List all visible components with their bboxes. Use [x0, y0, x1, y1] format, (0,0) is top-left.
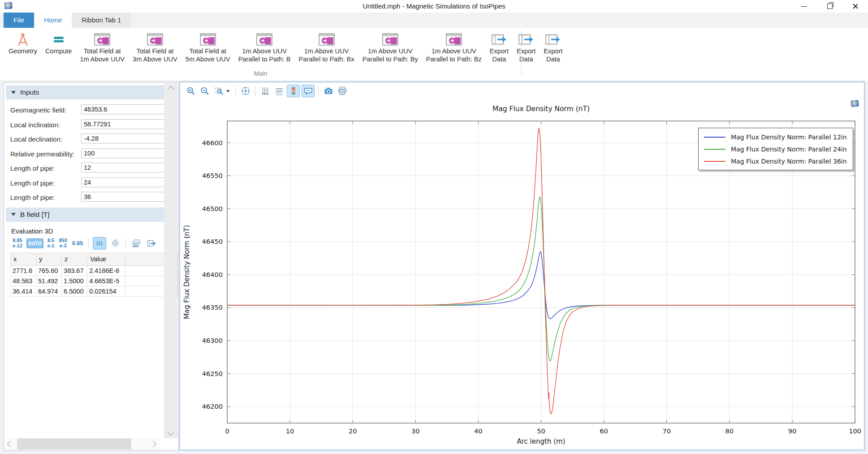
- length-of-pipe-input-6[interactable]: [81, 192, 166, 202]
- table-row[interactable]: 2771.6765.60383.672.4186E-8: [11, 265, 178, 276]
- ribbon-item-export-data[interactable]: ExportData: [486, 30, 513, 64]
- export-table-icon[interactable]: [145, 238, 158, 249]
- graphics-panel: 0102030405060708090100462004625046300463…: [179, 82, 865, 450]
- svg-text:46200: 46200: [202, 403, 223, 410]
- svg-text:40: 40: [474, 428, 482, 435]
- minimize-button[interactable]: [791, 0, 817, 13]
- table-cell: 2771.6: [11, 265, 36, 276]
- legend-label: Mag Flux Density Norm: Parallel 36in: [731, 158, 847, 165]
- ribbon-item-compute[interactable]: Compute: [41, 30, 76, 56]
- ribbon-item-label: ExportData: [544, 48, 562, 63]
- field-row-local-inclination-1: Local inclination:: [4, 118, 178, 133]
- window-controls: [791, 0, 868, 13]
- legend-entry: Mag Flux Density Norm: Parallel 12in: [699, 131, 853, 143]
- table-cell: 51.492: [36, 276, 62, 286]
- svg-text:Mag Flux Density Norm (nT): Mag Flux Density Norm (nT): [183, 225, 191, 319]
- ribbon-item-label: ExportData: [490, 48, 509, 63]
- graphics-toolbar: [184, 84, 349, 98]
- horizontal-scrollbar-thumb[interactable]: [17, 438, 131, 450]
- window-title: Untitled.mph - Magnetic Simulations of I…: [0, 0, 868, 13]
- close-icon: [852, 3, 859, 9]
- y-axis-grid-icon[interactable]: [259, 85, 271, 97]
- relative-permeability-input-3[interactable]: [81, 148, 166, 158]
- dropdown-caret-icon[interactable]: [226, 90, 230, 92]
- print-icon[interactable]: [336, 85, 348, 97]
- tab-ribbon-tab-1[interactable]: Ribbon Tab 1: [72, 13, 131, 28]
- grid-lines-icon[interactable]: [273, 85, 285, 97]
- ribbon-item-geometry[interactable]: Geometry: [4, 30, 41, 56]
- ribbon-item-export-data[interactable]: ExportData: [513, 30, 540, 64]
- field-row-length-of-pipe-6: Length of pipe:: [4, 190, 178, 205]
- compute-icon: [52, 31, 65, 48]
- ribbon-item-total-field-at-5m-above-uuv[interactable]: Total Field at5m Above UUV: [181, 30, 234, 64]
- table-header-z[interactable]: z: [62, 253, 87, 265]
- unit-button-8-5-e-1[interactable]: 8.5e-1: [48, 238, 55, 248]
- legend-entry: Mag Flux Density Norm: Parallel 36in: [699, 155, 853, 167]
- unit-button-auto[interactable]: AUTO: [26, 238, 43, 248]
- vertical-scrollbar[interactable]: [164, 83, 177, 438]
- legend-label: Mag Flux Density Norm: Parallel 24in: [731, 146, 847, 153]
- svg-text:46400: 46400: [202, 271, 223, 278]
- ribbon-item-1m-above-uuv-parallel-to-path-b[interactable]: 1m Above UUVParallel to Path: B: [234, 30, 295, 64]
- new-table-window-icon[interactable]: [130, 238, 143, 249]
- ribbon-item-1m-above-uuv-parallel-to-path-bx[interactable]: 1m Above UUVParallel to Path: Bx: [294, 30, 358, 64]
- ribbon-items: GeometryComputeTotal Field at1m Above UU…: [4, 30, 566, 64]
- ribbon-item-1m-above-uuv-parallel-to-path-bz[interactable]: 1m Above UUVParallel to Path: Bz: [422, 30, 486, 64]
- ribbon-item-total-field-at-3m-above-uuv[interactable]: Total Field at3m Above UUV: [129, 30, 181, 64]
- unit-button-850-e-3[interactable]: 850e-3: [59, 238, 67, 248]
- scroll-up-icon: [168, 86, 174, 92]
- local-declination-input-2[interactable]: [81, 134, 166, 143]
- svg-text:20: 20: [349, 428, 357, 435]
- snapshot-icon[interactable]: [322, 85, 334, 97]
- unit-button-8-85-e-12[interactable]: 8.85e-12: [13, 238, 22, 248]
- field-label: Length of pipe:: [10, 164, 55, 172]
- table-row[interactable]: 48.56351.4921.50004.6653E-5: [11, 276, 178, 286]
- bfield-section-title: B field [T]: [20, 211, 49, 219]
- restore-icon: [827, 4, 833, 9]
- table-header-x[interactable]: x: [11, 253, 36, 265]
- table-view-icon[interactable]: [93, 237, 106, 250]
- export-icon: [545, 31, 561, 48]
- horizontal-scrollbar[interactable]: [4, 438, 160, 450]
- unit-button-0-85[interactable]: 0.85: [72, 240, 83, 246]
- ribbon-item-total-field-at-1m-above-uuv[interactable]: Total Field at1m Above UUV: [76, 30, 129, 64]
- table-row[interactable]: 36.41464.9746.50000.026154: [11, 286, 178, 296]
- sphere-icon[interactable]: [109, 238, 121, 249]
- zoom-extents-icon[interactable]: [239, 85, 251, 97]
- ribbon-item-label: Total Field at5m Above UUV: [186, 48, 230, 63]
- collapse-triangle-icon: [11, 213, 16, 216]
- table-cell: 6.5000: [62, 286, 87, 296]
- color-legend-icon[interactable]: [287, 85, 300, 97]
- zoom-in-icon[interactable]: [185, 85, 197, 97]
- tab-home[interactable]: Home: [34, 13, 72, 28]
- toolbar-separator: [125, 238, 126, 248]
- close-button[interactable]: [842, 0, 868, 13]
- plot-window-icon: [200, 31, 216, 48]
- zoom-box-icon[interactable]: [212, 85, 225, 97]
- svg-text:80: 80: [725, 428, 734, 435]
- ribbon-item-1m-above-uuv-parallel-to-path-by[interactable]: 1m Above UUVParallel to Path: By: [358, 30, 422, 64]
- zoom-out-icon[interactable]: [199, 85, 211, 97]
- table-header-value[interactable]: Value: [87, 253, 125, 265]
- ribbon-item-label: 1m Above UUVParallel to Path: By: [363, 48, 418, 63]
- local-inclination-input-1[interactable]: [81, 119, 166, 129]
- plot-tooltip-icon[interactable]: [302, 85, 315, 97]
- svg-text:60: 60: [600, 428, 608, 435]
- svg-text:Arc length (m): Arc length (m): [517, 437, 565, 445]
- ribbon-group-label: Main: [0, 70, 521, 77]
- length-of-pipe-input-5[interactable]: [81, 177, 166, 187]
- svg-text:Mag Flux Density Norm (nT): Mag Flux Density Norm (nT): [492, 105, 590, 113]
- length-of-pipe-input-4[interactable]: [81, 163, 166, 173]
- svg-text:46600: 46600: [202, 139, 223, 147]
- legend-line-sample: [704, 161, 725, 162]
- export-icon: [491, 31, 507, 48]
- evaluation-table: xyzValue 2771.6765.60383.672.4186E-848.5…: [10, 253, 178, 297]
- ribbon-item-export-data[interactable]: ExportData: [540, 30, 566, 64]
- bfield-section-header[interactable]: B field [T]: [6, 208, 176, 222]
- inputs-section-header[interactable]: Inputs: [6, 85, 176, 99]
- restore-button[interactable]: [817, 0, 842, 13]
- chart-legend: Mag Flux Density Norm: Parallel 12inMag …: [698, 128, 853, 170]
- table-header-y[interactable]: y: [36, 253, 62, 265]
- tab-file[interactable]: File: [4, 13, 34, 28]
- geomagnetic-field-input-0[interactable]: [81, 104, 166, 114]
